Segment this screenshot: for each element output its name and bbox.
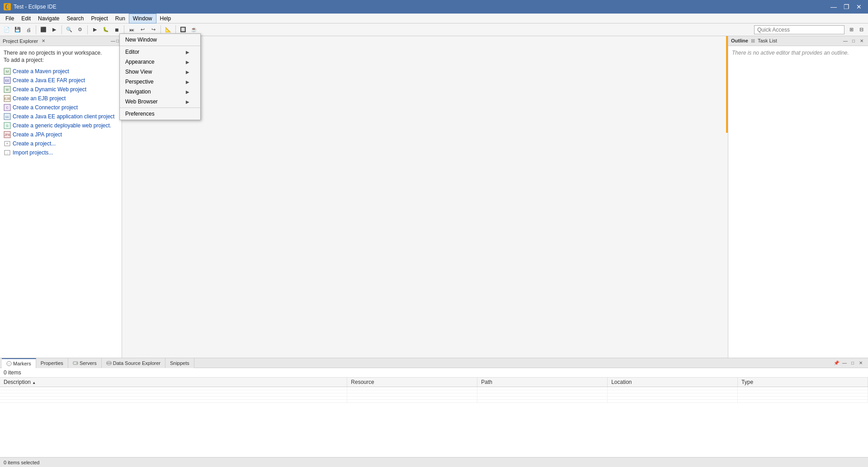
toolbar-btn-5[interactable]: ▶	[49, 25, 59, 35]
tab-datasource-explorer[interactable]: Data Source Explorer	[102, 358, 165, 368]
link-dynamic-web[interactable]: W Create a Dynamic Web project	[4, 85, 118, 94]
toolbar-btn-7[interactable]: ⚙	[75, 25, 85, 35]
menu-edit[interactable]: Edit	[18, 14, 34, 23]
outline-content: There is no active editor that provides …	[728, 46, 868, 60]
menu-editor[interactable]: Editor ▶	[120, 47, 200, 57]
menu-appearance[interactable]: Appearance ▶	[120, 57, 200, 67]
toolbar-debug-btn[interactable]: 🐛	[101, 25, 111, 35]
show-view-submenu-arrow: ▶	[186, 70, 189, 75]
menu-preferences[interactable]: Preferences	[120, 109, 200, 119]
cell-resource	[347, 393, 477, 397]
menu-show-view-label: Show View	[125, 69, 152, 75]
toolbar-btn-4[interactable]: ⬛	[38, 25, 48, 35]
col-path[interactable]: Path	[477, 378, 608, 387]
menu-file[interactable]: File	[2, 14, 18, 23]
svg-point-26	[76, 363, 77, 364]
quick-access-input[interactable]	[754, 25, 844, 34]
cell-location	[608, 393, 738, 397]
bottom-maximize-btn[interactable]: □	[849, 360, 856, 367]
eclipse-icon	[4, 3, 11, 10]
dropdown-sep-1	[120, 46, 200, 46]
link-maven-text: Create a Maven project	[13, 68, 69, 75]
cell-location	[608, 387, 738, 390]
project-explorer-panel: Project Explorer ✕ — □ There are no proj…	[0, 36, 122, 358]
menu-perspective[interactable]: Perspective ▶	[120, 77, 200, 87]
toolbar-sep-2	[61, 25, 62, 34]
items-count: 0 items	[0, 368, 868, 378]
cell-desc	[0, 400, 347, 403]
link-generic-web[interactable]: G Create a generic deployable web projec…	[4, 121, 118, 130]
toolbar-print-btn[interactable]: 🖨	[24, 25, 33, 35]
ejb-icon: EJB	[4, 95, 11, 102]
link-javaee-far[interactable]: EE Create a Java EE FAR project	[4, 76, 118, 85]
toolbar-new-btn[interactable]: 📄	[2, 25, 12, 35]
outline-minimize-btn[interactable]: —	[842, 37, 849, 45]
minimize-button[interactable]: —	[828, 2, 839, 11]
tab-markers-label: Markers	[13, 361, 31, 366]
bottom-minimize-btn[interactable]: —	[841, 360, 848, 367]
col-description[interactable]: Description ▲	[0, 378, 347, 387]
tab-properties[interactable]: Properties	[36, 358, 68, 368]
link-ejb[interactable]: EJB Create an EJB project	[4, 94, 118, 103]
toolbar-customize-perspective-btn[interactable]: ⊟	[856, 25, 866, 35]
menu-project[interactable]: Project	[87, 14, 111, 23]
outline-header: Outline ⊠ Task List — □ ✕	[728, 36, 868, 46]
link-generic-web-text: Create a generic deployable web project.	[13, 122, 111, 129]
toolbar-run-btn[interactable]: ▶	[90, 25, 100, 35]
bottom-close-btn[interactable]: ✕	[857, 360, 864, 367]
cell-desc	[0, 390, 347, 393]
menu-navigate[interactable]: Navigate	[34, 14, 63, 23]
col-type[interactable]: Type	[738, 378, 868, 387]
window-title: Test - Eclipse IDE	[14, 4, 57, 10]
maven-icon: M	[4, 68, 11, 75]
col-description-sort: ▲	[32, 381, 36, 385]
menu-window[interactable]: Window	[129, 14, 156, 23]
markers-table: Description ▲ Resource Path Location Typ…	[0, 378, 868, 403]
tab-outline[interactable]: Outline	[731, 38, 748, 44]
cell-type	[738, 400, 868, 403]
menu-search[interactable]: Search	[63, 14, 87, 23]
title-bar-controls: — ❐ ✕	[828, 2, 864, 11]
toolbar-open-perspective-btn[interactable]: ⊞	[846, 25, 856, 35]
menu-navigation-label: Navigation	[125, 89, 151, 95]
link-jpa[interactable]: JPA Create a JPA project	[4, 130, 118, 139]
link-import-projects[interactable]: ↓ Import projects...	[4, 148, 118, 157]
no-projects-message: There are no projects in your workspace.	[4, 50, 118, 56]
tab-task-list[interactable]: Task List	[758, 38, 777, 44]
navigation-submenu-arrow: ▶	[186, 89, 189, 94]
pe-maximize-btn[interactable]: □	[116, 38, 119, 43]
menu-bar: File Edit Navigate Search Project Run Wi…	[0, 14, 868, 23]
bottom-pin-btn[interactable]: 📌	[833, 360, 840, 367]
col-resource[interactable]: Resource	[347, 378, 477, 387]
project-explorer-header: Project Explorer ✕ — □	[0, 36, 122, 46]
status-left: 0 items selected	[4, 460, 39, 465]
svg-text:C: C	[6, 106, 8, 109]
link-javaee-client[interactable]: EE Create a Java EE application client p…	[4, 112, 118, 121]
menu-navigation[interactable]: Navigation ▶	[120, 87, 200, 97]
pe-minimize-btn[interactable]: —	[111, 38, 115, 43]
menu-show-view[interactable]: Show View ▶	[120, 67, 200, 77]
menu-help[interactable]: Help	[156, 14, 175, 23]
col-location[interactable]: Location	[608, 378, 738, 387]
toolbar-sep-6	[175, 25, 176, 34]
outline-close-btn[interactable]: ✕	[858, 37, 865, 45]
svg-text:!: !	[9, 362, 9, 365]
svg-point-2	[6, 5, 9, 9]
toolbar-save-btn[interactable]: 💾	[13, 25, 23, 35]
close-button[interactable]: ✕	[854, 2, 864, 11]
table-row	[0, 387, 868, 390]
link-create-project[interactable]: + Create a project...	[4, 139, 118, 148]
tab-snippets[interactable]: Snippets	[165, 358, 194, 368]
maximize-button[interactable]: ❐	[841, 2, 852, 11]
link-connector[interactable]: C Create a Connector project	[4, 103, 118, 112]
menu-new-window[interactable]: New Window	[120, 35, 200, 45]
markers-icon: !	[6, 361, 12, 366]
menu-web-browser[interactable]: Web Browser ▶	[120, 97, 200, 107]
tab-markers[interactable]: ! Markers	[2, 358, 36, 368]
project-explorer-close-icon[interactable]: ✕	[42, 38, 45, 43]
toolbar-btn-6[interactable]: 🔍	[64, 25, 74, 35]
link-maven[interactable]: M Create a Maven project	[4, 67, 118, 76]
menu-run[interactable]: Run	[112, 14, 129, 23]
outline-maximize-btn[interactable]: □	[850, 37, 857, 45]
tab-servers[interactable]: Servers	[68, 358, 102, 368]
